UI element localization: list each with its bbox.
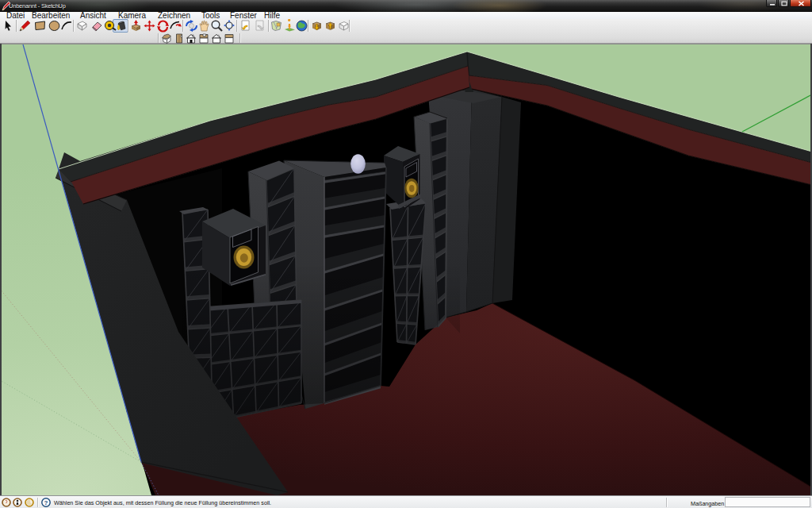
svg-text:?: ? — [44, 499, 48, 506]
